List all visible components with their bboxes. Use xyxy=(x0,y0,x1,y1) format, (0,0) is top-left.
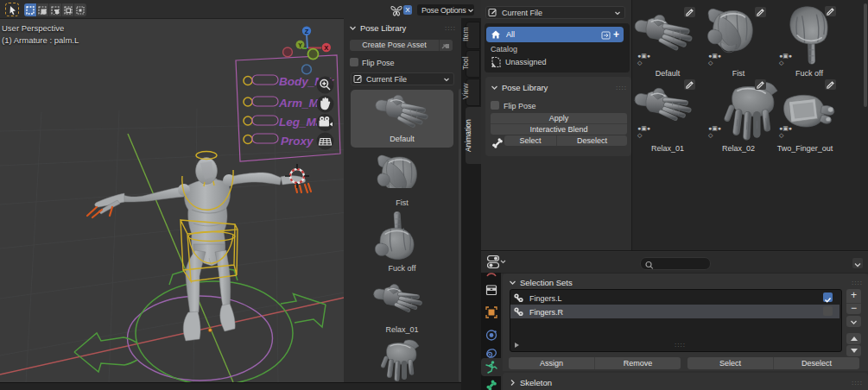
svg-text:Leg_Ma: Leg_Ma xyxy=(279,116,323,129)
svg-text:Z: Z xyxy=(305,28,309,35)
svg-text:Proxy: Proxy xyxy=(281,135,314,148)
svg-text:X: X xyxy=(324,44,328,52)
svg-text:Y: Y xyxy=(298,42,302,48)
